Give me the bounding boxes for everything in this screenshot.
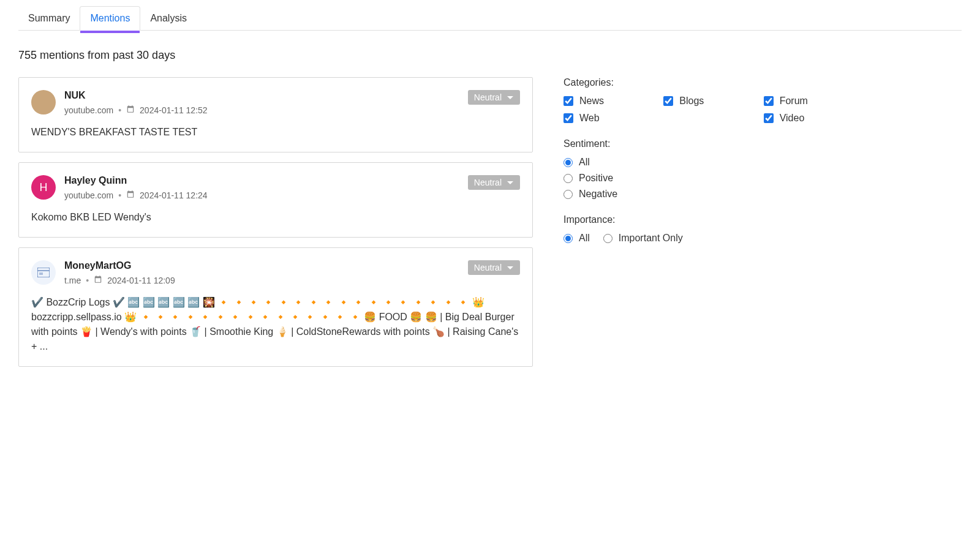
svg-rect-2 xyxy=(39,272,43,275)
importance-option-label: Important Only xyxy=(619,233,683,244)
filter-sentiment-label: Sentiment: xyxy=(564,138,858,149)
filter-importance-label: Importance: xyxy=(564,214,858,225)
mentions-list: NUKyoutube.com•2024-01-11 12:52NeutralWE… xyxy=(18,77,533,377)
sentiment-label: Neutral xyxy=(474,263,502,272)
mention-source[interactable]: t.me xyxy=(64,276,81,285)
sentiment-option-label: Negative xyxy=(579,189,617,200)
category-checkbox[interactable] xyxy=(564,96,573,106)
tab-bar: Summary Mentions Analysis xyxy=(18,6,962,31)
chevron-down-icon xyxy=(507,263,514,272)
separator-dot: • xyxy=(118,105,121,115)
mention-author[interactable]: NUK xyxy=(64,90,208,101)
filter-sentiment: Sentiment: AllPositiveNegative xyxy=(564,138,858,200)
category-checkbox[interactable] xyxy=(764,96,774,106)
mention-body: WENDY'S BREAKFAST TASTE TEST xyxy=(31,125,520,140)
importance-option-label: All xyxy=(579,233,590,244)
mention-source[interactable]: youtube.com xyxy=(64,105,113,115)
sentiment-dropdown[interactable]: Neutral xyxy=(468,90,520,105)
category-label: Blogs xyxy=(679,96,704,107)
tab-analysis[interactable]: Analysis xyxy=(140,6,197,30)
sentiment-label: Neutral xyxy=(474,92,502,102)
sentiment-label: Neutral xyxy=(474,178,502,187)
sentiment-option[interactable]: Negative xyxy=(564,189,858,200)
mention-timestamp: 2024-01-11 12:24 xyxy=(140,190,208,200)
mention-body: Kokomo BKB LED Wendy's xyxy=(31,210,520,225)
importance-radio[interactable] xyxy=(603,234,612,243)
importance-radio[interactable] xyxy=(564,234,573,243)
avatar: H xyxy=(31,175,56,200)
mention-body: ✔️ BozzCrip Logs ✔️ 🔤 🔤 🔤 🔤 🔤 🎇 🔸 🔸 🔸 🔸 … xyxy=(31,295,520,354)
tab-summary[interactable]: Summary xyxy=(18,6,80,30)
category-label: News xyxy=(579,96,604,107)
filter-importance: Importance: AllImportant Only xyxy=(564,214,858,244)
category-option[interactable]: Web xyxy=(564,113,657,124)
mention-author[interactable]: MoneyMartOG xyxy=(64,260,175,271)
mentions-summary-heading: 755 mentions from past 30 days xyxy=(18,49,962,62)
category-label: Forum xyxy=(780,96,808,107)
sentiment-option-label: Positive xyxy=(579,173,613,184)
mention-timestamp: 2024-01-11 12:09 xyxy=(107,276,175,285)
category-option[interactable]: News xyxy=(564,96,657,107)
category-option[interactable]: Blogs xyxy=(663,96,757,107)
sentiment-dropdown[interactable]: Neutral xyxy=(468,260,520,275)
sentiment-option[interactable]: Positive xyxy=(564,173,858,184)
category-checkbox[interactable] xyxy=(764,113,774,123)
category-checkbox[interactable] xyxy=(663,96,673,106)
calendar-icon xyxy=(126,190,135,200)
calendar-icon xyxy=(94,275,102,285)
sentiment-option[interactable]: All xyxy=(564,157,858,168)
chevron-down-icon xyxy=(507,92,514,102)
mention-card[interactable]: HHayley Quinnyoutube.com•2024-01-11 12:2… xyxy=(18,162,533,238)
avatar xyxy=(31,260,56,285)
filters-panel: Categories: NewsBlogsForumWebVideo Senti… xyxy=(564,77,858,377)
category-label: Web xyxy=(579,113,600,124)
sentiment-radio[interactable] xyxy=(564,190,573,199)
calendar-icon xyxy=(126,105,135,115)
sentiment-option-label: All xyxy=(579,157,590,168)
filter-categories-label: Categories: xyxy=(564,77,858,88)
category-option[interactable]: Video xyxy=(764,113,858,124)
category-label: Video xyxy=(780,113,805,124)
chevron-down-icon xyxy=(507,178,514,187)
avatar xyxy=(31,90,56,115)
tab-mentions[interactable]: Mentions xyxy=(80,6,140,31)
mention-card[interactable]: MoneyMartOGt.me•2024-01-11 12:09Neutral✔… xyxy=(18,247,533,367)
category-checkbox[interactable] xyxy=(564,113,573,123)
separator-dot: • xyxy=(86,276,89,285)
category-option[interactable]: Forum xyxy=(764,96,858,107)
filter-categories: Categories: NewsBlogsForumWebVideo xyxy=(564,77,858,124)
sentiment-radio[interactable] xyxy=(564,174,573,183)
mention-card[interactable]: NUKyoutube.com•2024-01-11 12:52NeutralWE… xyxy=(18,77,533,152)
mention-source[interactable]: youtube.com xyxy=(64,190,113,200)
mention-timestamp: 2024-01-11 12:52 xyxy=(140,105,208,115)
importance-option[interactable]: Important Only xyxy=(603,233,683,244)
separator-dot: • xyxy=(118,190,121,200)
sentiment-dropdown[interactable]: Neutral xyxy=(468,175,520,190)
mention-author[interactable]: Hayley Quinn xyxy=(64,175,208,186)
sentiment-radio[interactable] xyxy=(564,158,573,167)
importance-option[interactable]: All xyxy=(564,233,590,244)
